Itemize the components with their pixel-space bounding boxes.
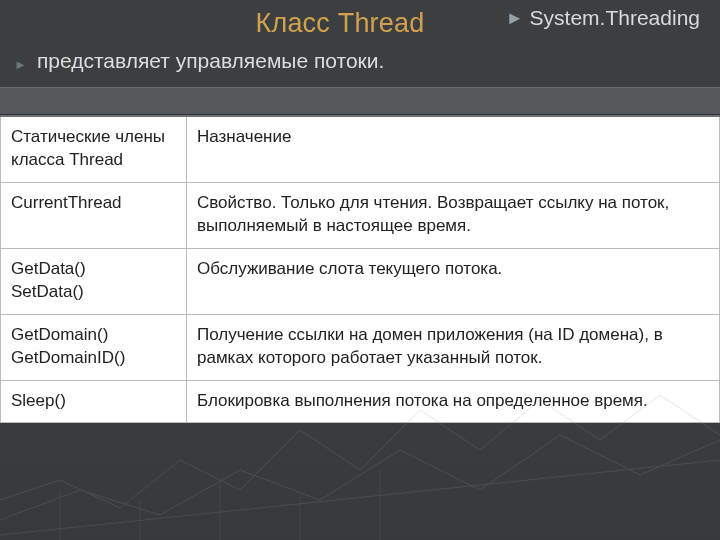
subtitle-text: представляет управляемые потоки. (37, 49, 384, 73)
member-description-cell: Обслуживание слота текущего потока. (187, 248, 720, 314)
table-header-left: Статические члены класса Thread (1, 116, 187, 182)
member-name: GetData() (11, 258, 176, 281)
table-row: GetDomain()GetDomainID()Получение ссылки… (1, 314, 720, 380)
header: ►System.Threading Класс Thread (0, 0, 720, 49)
member-description-cell: Получение ссылки на домен приложения (на… (187, 314, 720, 380)
header-band (0, 87, 720, 115)
member-name: CurrentThread (11, 192, 176, 215)
slide: ►System.Threading Класс Thread ► предста… (0, 0, 720, 540)
namespace-text: System.Threading (530, 6, 700, 29)
member-name-cell: Sleep() (1, 380, 187, 423)
member-description-cell: Блокировка выполнения потока на определе… (187, 380, 720, 423)
footer-area (0, 422, 720, 540)
member-name: GetDomain() (11, 324, 176, 347)
triangle-bullet-icon: ► (506, 8, 524, 28)
triangle-bullet-icon: ► (14, 57, 27, 72)
member-description-cell: Свойство. Только для чтения. Возвращает … (187, 182, 720, 248)
table-row: CurrentThreadСвойство. Только для чтения… (1, 182, 720, 248)
table-row: Sleep()Блокировка выполнения потока на о… (1, 380, 720, 423)
member-name: GetDomainID() (11, 347, 176, 370)
subtitle-row: ► представляет управляемые потоки. (0, 49, 720, 87)
member-name-cell: GetData()SetData() (1, 248, 187, 314)
table-header-right: Назначение (187, 116, 720, 182)
table-header-row: Статические члены класса ThreadНазначени… (1, 116, 720, 182)
member-name: SetData() (11, 281, 176, 304)
members-table: Статические члены класса ThreadНазначени… (0, 115, 720, 423)
member-name: Sleep() (11, 390, 176, 413)
member-name-cell: GetDomain()GetDomainID() (1, 314, 187, 380)
member-name-cell: CurrentThread (1, 182, 187, 248)
table-row: GetData()SetData()Обслуживание слота тек… (1, 248, 720, 314)
namespace-label: ►System.Threading (506, 6, 700, 30)
